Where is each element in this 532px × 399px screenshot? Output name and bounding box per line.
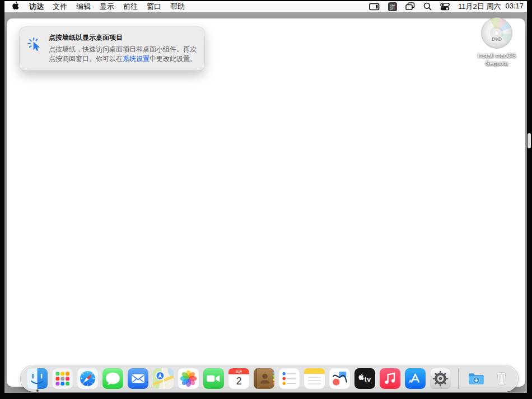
desktop-icon-install-macos[interactable]: DVD Install macOS Sequoia: [468, 17, 526, 67]
control-center-icon[interactable]: [440, 3, 450, 11]
dock-item-launchpad[interactable]: [52, 368, 73, 389]
menu-window[interactable]: 窗口: [147, 2, 161, 12]
desktop-wallpaper[interactable]: 访达 文件 编辑 显示 前往 窗口 帮助 拼: [4, 1, 527, 393]
dock-item-freeform[interactable]: [329, 368, 350, 389]
tip-title: 点按墙纸以显示桌面项目: [49, 33, 197, 43]
scrollbar-thumb[interactable]: [528, 133, 531, 148]
dock-item-notes[interactable]: [304, 368, 325, 389]
display-status-icon[interactable]: [369, 3, 380, 11]
svg-text:tv: tv: [364, 375, 371, 383]
dock-item-music[interactable]: [380, 368, 400, 389]
dock-item-messages[interactable]: [102, 368, 123, 389]
app-window: [7, 18, 525, 387]
svg-text:2: 2: [236, 375, 242, 387]
svg-text:11月: 11月: [236, 370, 242, 374]
dock-item-downloads[interactable]: [466, 368, 487, 389]
dvd-logo-text: DVD: [492, 36, 502, 42]
dock-item-trash[interactable]: [491, 368, 512, 389]
menu-help[interactable]: 帮助: [170, 2, 185, 12]
dvd-disc-icon: DVD: [480, 17, 513, 49]
spotlight-search-icon[interactable]: [423, 2, 432, 11]
menu-file[interactable]: 文件: [53, 2, 67, 12]
dock-item-facetime[interactable]: [203, 368, 224, 389]
menu-go[interactable]: 前往: [123, 2, 138, 12]
tip-body-text-after: 中更改此设置。: [150, 55, 197, 63]
menu-bar: 访达 文件 编辑 显示 前往 窗口 帮助 拼: [4, 1, 527, 12]
menu-view[interactable]: 显示: [100, 2, 114, 12]
wallpaper-tip-banner: 点按墙纸以显示桌面项目 点按墙纸，快速访问桌面项目和桌面小组件。再次点按调回窗口…: [20, 27, 204, 71]
apple-logo-icon: [12, 1, 20, 10]
menubar-clock[interactable]: 11月2日 周六 03:17: [458, 2, 524, 12]
dock-item-maps[interactable]: [153, 368, 174, 389]
dock-item-photos[interactable]: [178, 368, 199, 389]
click-cursor-icon: [26, 33, 44, 64]
menu-edit[interactable]: 编辑: [76, 2, 91, 12]
dock-item-mail[interactable]: [128, 368, 148, 389]
dock-item-appletv[interactable]: tv: [354, 368, 375, 389]
apple-menu[interactable]: [12, 1, 20, 12]
running-indicator-dot: [36, 389, 39, 392]
dock-item-settings[interactable]: [430, 368, 451, 389]
dock-item-finder[interactable]: [27, 368, 48, 389]
dock-item-calendar[interactable]: 11月 2: [228, 368, 249, 389]
input-method-badge[interactable]: 拼: [388, 2, 397, 11]
system-settings-link[interactable]: 系统设置: [123, 55, 150, 63]
windows-overlap-icon[interactable]: [405, 2, 415, 11]
desktop-icon-label: Install macOS Sequoia: [468, 51, 526, 67]
dock-item-appstore[interactable]: [405, 368, 426, 389]
menubar-date: 11月2日 周六: [458, 2, 501, 12]
menubar-time: 03:17: [505, 2, 524, 12]
dock-item-reminders[interactable]: [279, 368, 300, 389]
dock: 11月 2 tv: [21, 365, 518, 392]
dock-item-contacts[interactable]: [254, 368, 274, 389]
tip-body: 点按墙纸，快速访问桌面项目和桌面小组件。再次点按调回窗口。你可以在系统设置中更改…: [49, 45, 197, 64]
menu-finder[interactable]: 访达: [29, 2, 44, 12]
dock-separator: [458, 368, 459, 389]
dock-item-safari[interactable]: [77, 368, 98, 389]
